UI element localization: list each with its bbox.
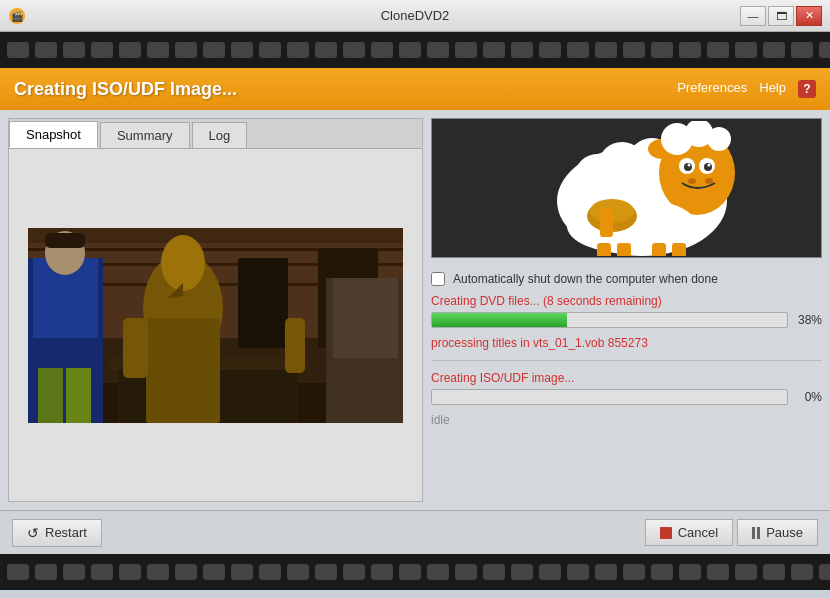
tab-summary[interactable]: Summary: [100, 122, 190, 148]
film-hole: [651, 564, 673, 580]
progress-dvd-label: Creating DVD files... (8 seconds remaini…: [431, 294, 822, 308]
filmstrip-holes-bottom: [0, 564, 830, 580]
film-hole: [63, 564, 85, 580]
film-hole: [147, 42, 169, 58]
dvd-snapshot-image: [28, 228, 403, 423]
film-hole: [763, 564, 785, 580]
snapshot-area: [9, 149, 422, 501]
film-hole: [791, 564, 813, 580]
svg-point-44: [687, 163, 690, 166]
header-links: Preferences Help ?: [677, 80, 816, 98]
processing-text: processing titles in vts_01_1.vob 855273: [431, 336, 822, 350]
film-hole: [315, 564, 337, 580]
film-hole: [679, 564, 701, 580]
film-hole: [35, 564, 57, 580]
svg-text:🎬: 🎬: [11, 10, 24, 23]
film-hole: [399, 42, 421, 58]
film-hole: [427, 564, 449, 580]
film-hole: [567, 564, 589, 580]
film-hole: [511, 42, 533, 58]
film-hole: [91, 564, 113, 580]
pause-bar-2: [757, 527, 760, 539]
film-hole: [259, 564, 281, 580]
restart-button[interactable]: ↺ Restart: [12, 519, 102, 547]
auto-shutdown-checkbox[interactable]: [431, 272, 445, 286]
svg-rect-55: [652, 243, 666, 256]
help-link[interactable]: Help: [759, 80, 786, 98]
svg-point-47: [705, 178, 713, 184]
svg-rect-56: [672, 243, 686, 256]
film-hole: [819, 42, 830, 58]
right-panel: Automatically shut down the computer whe…: [431, 118, 822, 502]
svg-point-45: [707, 163, 710, 166]
titlebar-left: 🎬: [8, 7, 26, 25]
restart-label: Restart: [45, 525, 87, 540]
auto-shutdown-row: Automatically shut down the computer whe…: [431, 272, 822, 286]
film-hole: [259, 42, 281, 58]
film-hole: [371, 564, 393, 580]
film-hole: [315, 42, 337, 58]
film-hole: [595, 42, 617, 58]
maximize-button[interactable]: 🗖: [768, 6, 794, 26]
tab-log[interactable]: Log: [192, 122, 248, 148]
film-hole: [483, 42, 505, 58]
tab-bar: Snapshot Summary Log: [9, 119, 422, 149]
film-hole: [343, 42, 365, 58]
status-text: idle: [431, 413, 822, 427]
film-hole: [707, 42, 729, 58]
film-hole: [7, 564, 29, 580]
svg-point-46: [688, 178, 696, 184]
controls-area: Automatically shut down the computer whe…: [431, 268, 822, 502]
svg-rect-28: [28, 228, 403, 423]
film-hole: [623, 564, 645, 580]
film-hole: [203, 42, 225, 58]
left-panel: Snapshot Summary Log: [8, 118, 423, 502]
film-hole: [399, 564, 421, 580]
preferences-link[interactable]: Preferences: [677, 80, 747, 98]
bottom-bar: ↺ Restart Cancel Pause: [0, 510, 830, 554]
restart-icon: ↺: [27, 525, 39, 541]
minimize-button[interactable]: —: [740, 6, 766, 26]
film-hole: [7, 42, 29, 58]
film-hole: [707, 564, 729, 580]
pause-bar-1: [752, 527, 755, 539]
film-hole: [119, 564, 141, 580]
film-hole: [91, 42, 113, 58]
progress-iso-section: Creating ISO/UDF image... 0%: [431, 371, 822, 405]
cancel-icon: [660, 527, 672, 539]
film-hole: [539, 42, 561, 58]
pause-button[interactable]: Pause: [737, 519, 818, 546]
film-hole: [735, 564, 757, 580]
action-buttons: Cancel Pause: [645, 519, 818, 546]
film-hole: [63, 42, 85, 58]
film-hole: [735, 42, 757, 58]
svg-rect-59: [600, 209, 613, 237]
sheep-logo-area: [431, 118, 822, 258]
main-content: Snapshot Summary Log: [0, 110, 830, 510]
svg-point-51: [707, 127, 731, 151]
filmstrip-holes: [0, 42, 830, 58]
film-hole: [427, 42, 449, 58]
film-hole: [511, 564, 533, 580]
header-title: Creating ISO/UDF Image...: [14, 79, 237, 100]
help-badge[interactable]: ?: [798, 80, 816, 98]
svg-rect-53: [597, 243, 611, 256]
film-hole: [455, 564, 477, 580]
film-hole: [231, 564, 253, 580]
film-hole: [623, 42, 645, 58]
film-hole: [595, 564, 617, 580]
film-hole: [539, 564, 561, 580]
close-button[interactable]: ✕: [796, 6, 822, 26]
tab-snapshot[interactable]: Snapshot: [9, 121, 98, 148]
progress-iso-label: Creating ISO/UDF image...: [431, 371, 822, 385]
progress-iso-pct: 0%: [794, 390, 822, 404]
progress-dvd-bar-fill: [432, 313, 567, 327]
cancel-button[interactable]: Cancel: [645, 519, 733, 546]
separator: [431, 360, 822, 361]
film-hole: [819, 564, 830, 580]
film-hole: [371, 42, 393, 58]
film-hole: [175, 564, 197, 580]
film-hole: [455, 42, 477, 58]
film-hole: [343, 564, 365, 580]
sheep-mascot: [467, 121, 787, 256]
